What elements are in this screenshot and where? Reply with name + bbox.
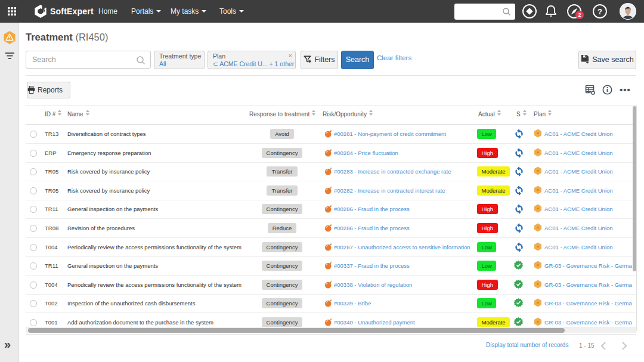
svg-text:?: ?	[597, 7, 602, 16]
